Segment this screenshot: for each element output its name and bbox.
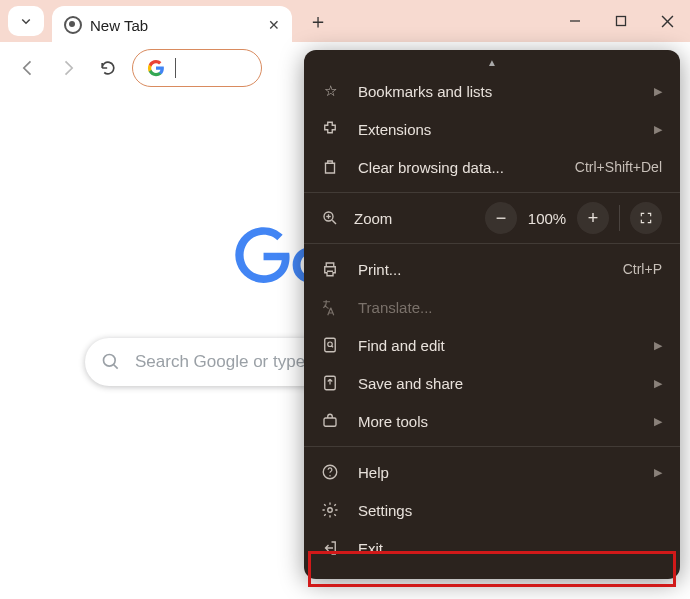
menu-label: Translate... xyxy=(358,299,662,316)
window-controls xyxy=(552,0,690,42)
search-icon xyxy=(101,352,121,372)
menu-label: Save and share xyxy=(358,375,634,392)
close-tab-button[interactable]: ✕ xyxy=(266,17,282,33)
keyboard-shortcut: Ctrl+Shift+Del xyxy=(575,159,662,175)
menu-caret-icon: ▲ xyxy=(304,58,680,72)
menu-label: Settings xyxy=(358,502,662,519)
tab-title: New Tab xyxy=(90,17,258,34)
svg-line-7 xyxy=(332,220,336,224)
chrome-favicon-icon xyxy=(64,16,82,34)
menu-label: Extensions xyxy=(358,121,634,138)
reload-button[interactable] xyxy=(92,52,124,84)
exit-icon xyxy=(320,539,340,557)
menu-help[interactable]: Help ▶ xyxy=(304,453,680,491)
chevron-right-icon: ▶ xyxy=(652,466,662,479)
menu-label: Exit xyxy=(358,540,662,557)
menu-separator xyxy=(304,243,680,244)
menu-zoom: Zoom − 100% + xyxy=(304,199,680,237)
find-icon xyxy=(320,336,340,354)
fullscreen-button[interactable] xyxy=(630,202,662,234)
chevron-right-icon: ▶ xyxy=(652,85,662,98)
menu-label: Zoom xyxy=(354,210,471,227)
svg-point-4 xyxy=(104,355,116,367)
magnifier-icon xyxy=(320,209,340,227)
menu-more-tools[interactable]: More tools ▶ xyxy=(304,402,680,440)
maximize-button[interactable] xyxy=(598,0,644,42)
tab-strip: New Tab ✕ ＋ xyxy=(0,0,690,42)
tab-search-button[interactable] xyxy=(8,6,44,36)
star-icon: ☆ xyxy=(320,82,340,100)
svg-point-16 xyxy=(329,475,331,477)
forward-button[interactable] xyxy=(52,52,84,84)
menu-clear-data[interactable]: Clear browsing data... Ctrl+Shift+Del xyxy=(304,148,680,186)
menu-bookmarks[interactable]: ☆ Bookmarks and lists ▶ xyxy=(304,72,680,110)
menu-label: Help xyxy=(358,464,634,481)
menu-label: Clear browsing data... xyxy=(358,159,557,176)
translate-icon xyxy=(320,298,340,316)
menu-print[interactable]: Print... Ctrl+P xyxy=(304,250,680,288)
menu-separator xyxy=(304,446,680,447)
chevron-right-icon: ▶ xyxy=(652,339,662,352)
text-cursor xyxy=(175,58,176,78)
divider xyxy=(619,205,620,231)
svg-point-17 xyxy=(328,508,333,513)
trash-icon xyxy=(320,158,340,176)
close-window-button[interactable] xyxy=(644,0,690,42)
reload-icon xyxy=(98,58,118,78)
toolbox-icon xyxy=(320,412,340,430)
help-icon xyxy=(320,463,340,481)
new-tab-button[interactable]: ＋ xyxy=(304,7,332,35)
menu-separator xyxy=(304,192,680,193)
menu-exit[interactable]: Exit xyxy=(304,529,680,567)
printer-icon xyxy=(320,260,340,278)
menu-extensions[interactable]: Extensions ▶ xyxy=(304,110,680,148)
arrow-right-icon xyxy=(58,58,78,78)
browser-tab[interactable]: New Tab ✕ xyxy=(52,6,292,44)
svg-line-5 xyxy=(114,365,118,369)
puzzle-icon xyxy=(320,120,340,138)
share-icon xyxy=(320,374,340,392)
svg-rect-1 xyxy=(617,17,626,26)
zoom-out-button[interactable]: − xyxy=(485,202,517,234)
menu-translate: Translate... xyxy=(304,288,680,326)
menu-label: Print... xyxy=(358,261,605,278)
back-button[interactable] xyxy=(12,52,44,84)
menu-label: Bookmarks and lists xyxy=(358,83,634,100)
google-g-icon xyxy=(147,59,165,77)
menu-find[interactable]: Find and edit ▶ xyxy=(304,326,680,364)
minimize-button[interactable] xyxy=(552,0,598,42)
svg-rect-14 xyxy=(324,418,336,426)
svg-line-12 xyxy=(332,346,334,348)
chevron-right-icon: ▶ xyxy=(652,377,662,390)
address-bar[interactable] xyxy=(132,49,262,87)
chevron-right-icon: ▶ xyxy=(652,415,662,428)
menu-settings[interactable]: Settings xyxy=(304,491,680,529)
svg-rect-10 xyxy=(325,338,336,352)
zoom-in-button[interactable]: + xyxy=(577,202,609,234)
menu-label: More tools xyxy=(358,413,634,430)
zoom-value: 100% xyxy=(523,210,571,227)
chevron-right-icon: ▶ xyxy=(652,123,662,136)
chrome-menu: ▲ ☆ Bookmarks and lists ▶ Extensions ▶ C… xyxy=(304,50,680,579)
menu-save-share[interactable]: Save and share ▶ xyxy=(304,364,680,402)
fullscreen-icon xyxy=(639,211,653,225)
chevron-down-icon xyxy=(17,12,35,30)
arrow-left-icon xyxy=(18,58,38,78)
keyboard-shortcut: Ctrl+P xyxy=(623,261,662,277)
menu-label: Find and edit xyxy=(358,337,634,354)
gear-icon xyxy=(320,501,340,519)
